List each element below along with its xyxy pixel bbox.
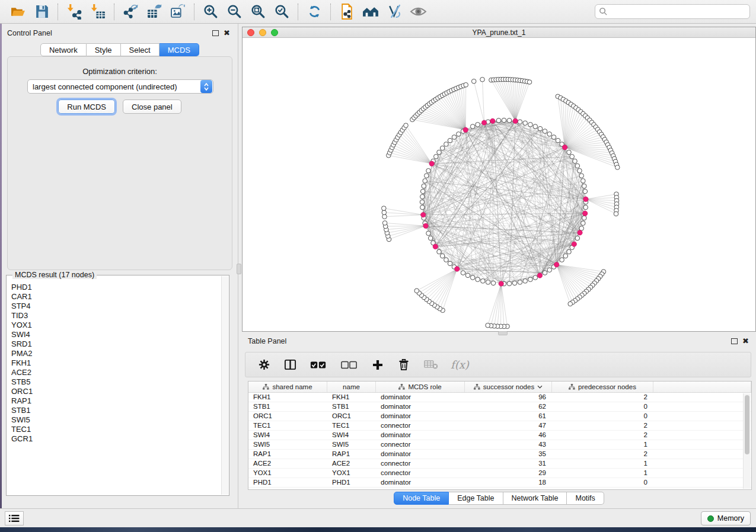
table-row[interactable]: ORC1ORC1dominator610 (248, 412, 751, 421)
export-network-button[interactable] (119, 2, 142, 22)
delete-table-button[interactable] (422, 355, 440, 375)
mcds-pane: Optimization criterion: largest connecte… (7, 56, 232, 270)
checked-checkboxes-icon (310, 360, 327, 370)
hide-style-icon (387, 4, 403, 20)
tab-motifs[interactable]: Motifs (567, 492, 604, 505)
table-scrollbar-thumb[interactable] (745, 395, 749, 454)
table-row[interactable]: PHD1PHD1dominator180 (248, 478, 751, 488)
export-image-button[interactable] (166, 2, 190, 22)
tab-network-table[interactable]: Network Table (503, 492, 567, 505)
zoom-in-button[interactable] (199, 2, 222, 22)
mcds-result-item[interactable]: STP4 (11, 302, 221, 311)
mcds-result-item[interactable]: TID3 (11, 311, 221, 321)
mcds-result-item[interactable]: PHD1 (11, 283, 221, 292)
mcds-result-item[interactable]: ACE2 (11, 368, 221, 377)
import-table-button[interactable] (86, 2, 110, 22)
column-header-successor-nodes[interactable]: successor nodes (465, 382, 552, 392)
home-button[interactable] (359, 2, 382, 22)
mcds-result-item[interactable]: YOX1 (11, 321, 221, 330)
add-column-button[interactable] (370, 355, 385, 375)
float-table-panel-icon[interactable] (731, 338, 738, 344)
mcds-result-item[interactable]: PMA2 (11, 349, 221, 358)
column-header-MCDS-role[interactable]: MCDS role (376, 382, 465, 392)
cell-successor_nodes: 29 (465, 469, 552, 477)
export-table-icon (146, 4, 162, 20)
table-row[interactable]: FKH1FKH1dominator962 (248, 393, 751, 402)
node-table[interactable]: shared namenameMCDS rolesuccessor nodesp… (248, 381, 752, 490)
cell-shared_name: TEC1 (248, 421, 327, 430)
mcds-result-item[interactable]: TEC1 (11, 425, 221, 434)
vertical-splitter-grip[interactable] (237, 264, 241, 274)
mcds-result-item[interactable]: FKH1 (11, 358, 221, 368)
mcds-result-item[interactable]: SRD1 (11, 339, 221, 349)
refresh-layout-button[interactable] (302, 2, 326, 22)
tab-edge-table[interactable]: Edge Table (449, 492, 503, 505)
import-table-icon (90, 4, 106, 20)
column-header-name[interactable]: name (327, 382, 376, 392)
table-scrollbar[interactable] (743, 393, 751, 489)
mcds-result-item[interactable]: RAP1 (11, 396, 221, 406)
tab-mcds[interactable]: MCDS (160, 43, 199, 56)
table-row[interactable]: YOX1YOX1connector291 (248, 469, 751, 478)
cell-name: SWI4 (327, 431, 376, 440)
zoom-selected-button[interactable] (270, 2, 294, 22)
mcds-result-item[interactable]: SWI4 (11, 330, 221, 339)
table-settings-button[interactable] (256, 355, 272, 375)
cell-predecessor_nodes: 2 (552, 450, 653, 459)
mcds-result-item[interactable]: GCR1 (11, 434, 221, 444)
table-row[interactable]: ACE2ACE2connector311 (248, 459, 751, 469)
import-network-button[interactable] (62, 2, 86, 22)
table-row[interactable]: TEC1TEC1connector472 (248, 421, 751, 431)
mcds-result-scrollbar[interactable] (221, 276, 228, 495)
mcds-result-item[interactable]: CAR1 (11, 292, 221, 302)
tab-select[interactable]: Select (121, 43, 160, 56)
zoom-out-button[interactable] (222, 2, 246, 22)
optimization-criterion-label: Optimization criterion: (8, 67, 232, 76)
tab-network[interactable]: Network (40, 43, 87, 56)
eye-icon (410, 4, 427, 20)
mcds-result-item[interactable]: ORC1 (11, 387, 221, 396)
export-table-button[interactable] (142, 2, 166, 22)
close-panel-icon[interactable]: ✖ (224, 29, 230, 37)
table-row[interactable]: SWI5SWI5connector431 (248, 440, 751, 450)
table-row[interactable]: STB1STB1dominator620 (248, 402, 751, 412)
network-window-titlebar[interactable]: YPA_prune.txt_1 (243, 27, 755, 38)
optimization-criterion-select[interactable]: largest connected component (undirected) (27, 79, 213, 94)
save-session-button[interactable] (30, 2, 53, 22)
hide-style-button[interactable] (382, 2, 406, 22)
column-header-shared-name[interactable]: shared name (248, 382, 327, 392)
run-mcds-button[interactable]: Run MCDS (58, 100, 115, 114)
open-session-button[interactable] (6, 2, 30, 22)
delete-column-button[interactable] (396, 355, 412, 375)
tab-node-table[interactable]: Node Table (394, 492, 449, 505)
mcds-result-item[interactable]: STB5 (11, 377, 221, 387)
toggle-panel-button[interactable] (282, 355, 298, 375)
mcds-result-item[interactable]: STB1 (11, 406, 221, 415)
tab-style[interactable]: Style (87, 43, 121, 56)
function-builder-button[interactable]: f(x) (451, 358, 469, 371)
table-row[interactable]: SWI4SWI4dominator462 (248, 431, 751, 440)
column-header-label: MCDS role (408, 383, 441, 390)
memory-button[interactable]: Memory (701, 511, 751, 525)
deselect-all-columns-button[interactable] (339, 355, 359, 375)
show-graphics-button[interactable] (406, 2, 430, 22)
column-header-predecessor-nodes[interactable]: predecessor nodes (552, 382, 653, 392)
network-graph[interactable] (243, 38, 755, 332)
gear-icon (258, 358, 270, 371)
zoom-fit-button[interactable] (246, 2, 270, 22)
mcds-result-item[interactable]: SWI5 (11, 415, 221, 425)
search-input[interactable] (608, 8, 746, 16)
cell-mcds_role: connector (376, 459, 465, 468)
float-panel-icon[interactable] (212, 30, 219, 36)
cell-predecessor_nodes: 2 (552, 421, 653, 430)
network-from-file-button[interactable] (335, 2, 359, 22)
close-panel-button[interactable]: Close panel (123, 100, 181, 114)
table-row[interactable]: RAP1RAP1dominator352 (248, 450, 751, 459)
column-namespace-icon (474, 384, 480, 390)
search-box[interactable] (595, 4, 750, 19)
mcds-result-list[interactable]: PHD1CAR1STP4TID3YOX1SWI4SRD1PMA2FKH1ACE2… (7, 278, 221, 494)
horizontal-splitter-grip[interactable] (498, 331, 508, 335)
close-table-panel-icon[interactable]: ✖ (742, 337, 749, 345)
select-all-columns-button[interactable] (308, 355, 328, 375)
task-history-button[interactable] (5, 511, 24, 525)
